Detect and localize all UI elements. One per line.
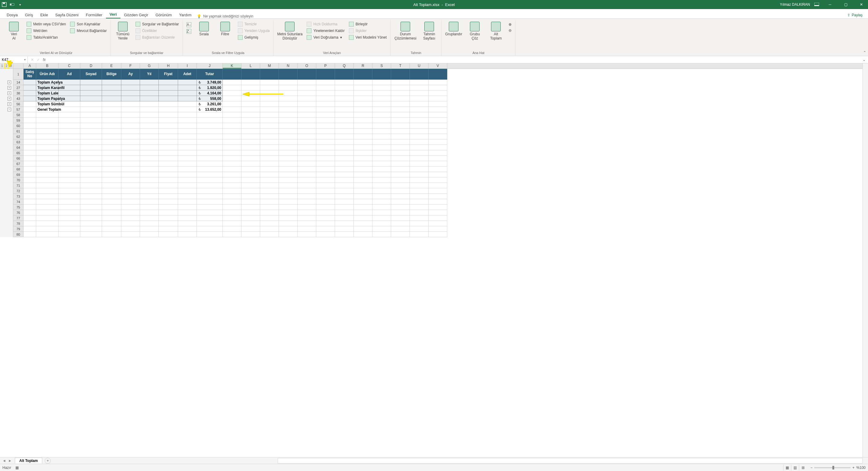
cell[interactable]: [242, 194, 260, 199]
cell[interactable]: [36, 178, 59, 183]
cell[interactable]: [260, 85, 279, 91]
cell[interactable]: [178, 215, 197, 221]
cell[interactable]: [59, 199, 80, 205]
cell[interactable]: [102, 139, 121, 145]
cell[interactable]: [140, 112, 159, 118]
cell[interactable]: [410, 96, 429, 101]
queries-connections-button[interactable]: Sorgular ve Bağlantılar: [134, 21, 180, 27]
cell[interactable]: [242, 215, 260, 221]
cell[interactable]: [178, 129, 197, 134]
cell[interactable]: [80, 172, 102, 178]
cell[interactable]: [178, 85, 197, 91]
cell[interactable]: [80, 210, 102, 215]
cell[interactable]: [372, 107, 391, 112]
tab-ekle[interactable]: Ekle: [37, 11, 52, 19]
cell[interactable]: 3.749,00: [197, 80, 223, 85]
cell[interactable]: [223, 91, 242, 96]
horizontal-scrollbar[interactable]: [278, 458, 863, 464]
cell[interactable]: [140, 183, 159, 188]
cell[interactable]: Tutar: [197, 69, 223, 80]
cell[interactable]: [260, 183, 279, 188]
col-header-B[interactable]: B: [36, 63, 59, 68]
cell[interactable]: [335, 232, 354, 237]
cell[interactable]: [372, 210, 391, 215]
cell[interactable]: [316, 178, 335, 183]
cell[interactable]: [410, 150, 429, 156]
cell[interactable]: [260, 172, 279, 178]
cell[interactable]: [429, 172, 447, 178]
cell[interactable]: [391, 150, 410, 156]
col-header-L[interactable]: L: [242, 63, 260, 68]
cell[interactable]: [197, 150, 223, 156]
cell[interactable]: [59, 226, 80, 232]
cell[interactable]: [140, 210, 159, 215]
cell[interactable]: [59, 134, 80, 139]
col-header-D[interactable]: D: [80, 63, 102, 68]
cell[interactable]: [80, 156, 102, 161]
zoom-level[interactable]: %100: [856, 466, 866, 470]
cell[interactable]: [223, 150, 242, 156]
cell[interactable]: [335, 183, 354, 188]
cell[interactable]: [36, 188, 59, 194]
cell[interactable]: Fiyat: [159, 69, 178, 80]
cell[interactable]: [316, 139, 335, 145]
cell[interactable]: [121, 107, 140, 112]
cell[interactable]: [335, 101, 354, 107]
cell[interactable]: [429, 112, 447, 118]
cell[interactable]: [102, 172, 121, 178]
cell[interactable]: [298, 91, 316, 96]
cell[interactable]: [316, 226, 335, 232]
from-csv-button[interactable]: Metin veya CSV'den: [25, 21, 67, 27]
cell[interactable]: [429, 145, 447, 150]
tab-sayfa-duzeni[interactable]: Sayfa Düzeni: [52, 11, 82, 19]
cell[interactable]: [279, 232, 298, 237]
cell[interactable]: [429, 139, 447, 145]
cell[interactable]: [178, 166, 197, 172]
share-button[interactable]: ⇪ Paylaş: [845, 12, 865, 19]
cell[interactable]: [335, 166, 354, 172]
cell[interactable]: [242, 112, 260, 118]
cell[interactable]: [354, 112, 372, 118]
cell[interactable]: [59, 166, 80, 172]
cell[interactable]: [260, 129, 279, 134]
cell[interactable]: [372, 69, 391, 80]
cell[interactable]: [80, 96, 102, 101]
cell[interactable]: [410, 166, 429, 172]
cell[interactable]: [140, 129, 159, 134]
cell[interactable]: [279, 172, 298, 178]
cell[interactable]: [316, 232, 335, 237]
cell[interactable]: [102, 226, 121, 232]
cell[interactable]: [102, 183, 121, 188]
cell[interactable]: [80, 226, 102, 232]
cell[interactable]: [159, 123, 178, 129]
cell[interactable]: [372, 123, 391, 129]
cell[interactable]: [24, 183, 36, 188]
cell[interactable]: [279, 80, 298, 85]
cell[interactable]: [372, 91, 391, 96]
cell[interactable]: [121, 91, 140, 96]
cell[interactable]: [80, 91, 102, 96]
cell[interactable]: [159, 80, 178, 85]
cell[interactable]: [242, 134, 260, 139]
cell[interactable]: [223, 166, 242, 172]
cell[interactable]: [260, 156, 279, 161]
col-header-J[interactable]: J: [197, 63, 223, 68]
cell[interactable]: [178, 145, 197, 150]
group-button[interactable]: Gruplandır: [444, 20, 463, 36]
cell[interactable]: [354, 215, 372, 221]
ungroup-button[interactable]: Grubu Çöz: [465, 20, 485, 41]
cell[interactable]: [121, 156, 140, 161]
cell[interactable]: Toplam Açelya: [36, 80, 59, 85]
cell[interactable]: [279, 101, 298, 107]
data-validation-button[interactable]: Veri Doğrulama ▾: [305, 34, 346, 40]
cell[interactable]: [410, 139, 429, 145]
cell[interactable]: [279, 183, 298, 188]
cell[interactable]: [159, 210, 178, 215]
cell[interactable]: [24, 139, 36, 145]
row-header[interactable]: 58: [13, 112, 24, 118]
cell[interactable]: [24, 129, 36, 134]
cell[interactable]: [140, 123, 159, 129]
hide-detail-button[interactable]: ⊖: [507, 28, 513, 33]
cell[interactable]: [121, 205, 140, 210]
cell[interactable]: [372, 166, 391, 172]
